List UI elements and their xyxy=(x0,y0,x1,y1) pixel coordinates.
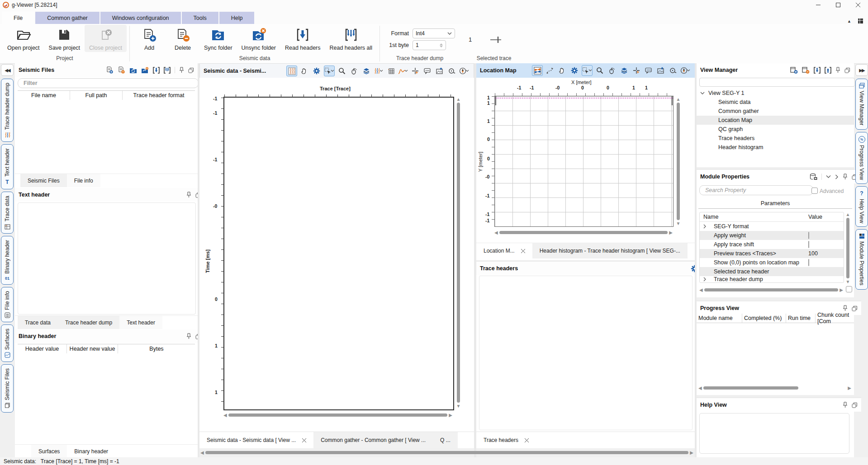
header-table-icon[interactable] xyxy=(386,66,396,76)
mouse-tracking-icon[interactable] xyxy=(349,66,359,76)
export-view-icon[interactable] xyxy=(825,67,831,74)
maximize-button[interactable] xyxy=(828,0,848,10)
column-header-value[interactable]: Header value xyxy=(18,344,67,353)
settings-gear-icon[interactable] xyxy=(312,66,322,76)
settings-gear-icon[interactable] xyxy=(569,66,579,75)
location-horizontal-scrollbar[interactable]: ◀ ▶ xyxy=(494,230,673,235)
advanced-checkbox[interactable] xyxy=(811,188,818,194)
wiggle-options-icon[interactable] xyxy=(374,66,384,76)
location-plot-box[interactable] xyxy=(494,96,674,227)
tab-surfaces[interactable]: Surfaces xyxy=(31,445,67,458)
measure-icon[interactable] xyxy=(447,66,457,76)
tree-item-common-gather[interactable]: Common gather xyxy=(697,107,854,116)
image-export-icon[interactable] xyxy=(656,66,666,75)
popout-icon[interactable] xyxy=(844,67,850,73)
tab-common-gather-view[interactable]: Common gather - Common gather [ View ... xyxy=(313,432,433,448)
tab-seismic-files[interactable]: Seismic Files xyxy=(20,174,67,187)
close-icon[interactable] xyxy=(302,438,306,442)
scrollbar-thumb[interactable] xyxy=(677,103,680,220)
tree-item-trace-headers[interactable]: Trace headers xyxy=(697,134,854,143)
seismic-horizontal-scrollbar[interactable]: ◀ ▶ xyxy=(223,412,452,418)
apply-weight-checkbox[interactable] xyxy=(808,232,809,239)
tab-trace-data[interactable]: Trace data xyxy=(18,316,58,329)
column-name[interactable]: Name xyxy=(700,214,808,220)
tab-trace-header-dump[interactable]: Trace header dump xyxy=(58,316,119,329)
param-row-trace-header-dump[interactable]: Trace header dump xyxy=(700,276,844,282)
crosshair-icon[interactable] xyxy=(631,66,641,75)
show-points-checkbox[interactable] xyxy=(808,259,809,266)
save-project-button[interactable]: Save project xyxy=(44,25,85,52)
pin-icon[interactable] xyxy=(843,174,848,180)
first-byte-stepper[interactable]: 1 xyxy=(413,40,446,50)
parameters-horizontal-scrollbar[interactable]: ◀ ▶ xyxy=(699,287,843,293)
help-view-content[interactable] xyxy=(699,413,849,454)
property-search-input[interactable] xyxy=(704,187,808,194)
open-project-button[interactable]: Open project xyxy=(3,25,44,52)
tree-item-seismic-data[interactable]: Seismic data xyxy=(697,98,854,107)
left-tab-trace-header-dump[interactable]: Trace header dump xyxy=(1,79,14,142)
column-chunk-count[interactable]: Chunk count [Com xyxy=(816,314,854,323)
param-row-selected-trace-header[interactable]: Selected trace header xyxy=(700,267,844,276)
unsync-folder-icon[interactable] xyxy=(141,67,149,74)
tab-file-info[interactable]: File info xyxy=(67,174,100,187)
add-view-icon[interactable] xyxy=(790,67,798,74)
param-row-apply-weight[interactable]: Apply weight xyxy=(700,231,844,240)
left-tab-text-header[interactable]: Text header T xyxy=(1,144,14,189)
read-headers-button[interactable]: Read headers xyxy=(280,25,325,52)
annotation-icon[interactable] xyxy=(422,66,432,76)
tree-item-qc-graph[interactable]: QC graph xyxy=(697,125,854,134)
chevron-right-icon[interactable] xyxy=(703,224,707,229)
pin-icon[interactable] xyxy=(843,402,848,408)
column-run-time[interactable]: Run time xyxy=(786,314,816,323)
layout-grid-icon[interactable] xyxy=(858,18,863,24)
pin-icon[interactable] xyxy=(835,67,840,73)
pan-hand-icon[interactable] xyxy=(557,66,567,75)
selected-trace-slider-icon[interactable] xyxy=(490,35,502,44)
text-header-content[interactable] xyxy=(18,202,196,315)
scroll-left-icon[interactable]: ◀ xyxy=(200,450,204,455)
right-tab-module-properties[interactable]: Module Properties xyxy=(855,229,868,289)
scroll-left-icon[interactable]: ◀ xyxy=(223,413,227,418)
scrollbar-thumb[interactable] xyxy=(457,103,460,403)
tree-root-view-segy1[interactable]: View SEG-Y 1 xyxy=(697,89,854,98)
read-headers-all-button[interactable]: Read headers all xyxy=(325,25,377,52)
zoom-icon[interactable] xyxy=(595,66,605,75)
unsync-folder-button[interactable]: Unsync folder xyxy=(237,25,280,52)
read-headers-all-icon[interactable] xyxy=(164,67,171,74)
mouse-tracking-icon[interactable] xyxy=(607,66,617,75)
scrollbar-thumb[interactable] xyxy=(499,231,668,234)
filter-input[interactable] xyxy=(23,80,194,87)
seismic-vertical-scrollbar[interactable]: ▲ ▼ xyxy=(455,97,461,409)
path-curve-icon[interactable] xyxy=(545,66,555,75)
scroll-left-icon[interactable]: ◀ xyxy=(699,287,703,292)
close-button[interactable] xyxy=(848,0,868,10)
import-view-icon[interactable] xyxy=(814,67,821,74)
zoom-icon[interactable] xyxy=(337,66,347,76)
spinner-arrows-icon[interactable] xyxy=(440,43,443,47)
apply-trace-shift-checkbox[interactable] xyxy=(808,241,809,248)
scroll-down-icon[interactable]: ▼ xyxy=(456,404,461,409)
seismic-plot-area[interactable]: Trace [Trace] Time [ms] -1 -1 -1 -0 0 1 … xyxy=(199,78,474,432)
tree-item-location-map[interactable]: Location Map xyxy=(697,116,854,125)
view-filter-input[interactable] xyxy=(704,79,850,86)
left-tab-seismic-files[interactable]: Seismic Files xyxy=(1,364,14,413)
scroll-right-icon[interactable]: ▶ xyxy=(669,230,673,235)
column-trace-header-format[interactable]: Trace header format xyxy=(123,91,195,100)
chevron-down-icon[interactable] xyxy=(700,92,705,95)
param-row-preview-traces[interactable]: Preview traces <Traces> 100 xyxy=(700,249,844,258)
menu-windows-configuration[interactable]: Windows configuration xyxy=(100,12,181,24)
read-headers-icon[interactable] xyxy=(153,67,160,74)
menu-common-gather[interactable]: Common gather xyxy=(35,12,100,24)
close-icon[interactable] xyxy=(525,438,529,442)
seismic-files-filter[interactable] xyxy=(18,78,199,88)
scroll-up-icon[interactable]: ▲ xyxy=(456,97,461,102)
select-mode-icon[interactable] xyxy=(324,66,335,76)
param-row-apply-trace-shift[interactable]: Apply trace shift xyxy=(700,240,844,249)
chevron-down-icon[interactable] xyxy=(826,175,831,178)
scroll-right-icon[interactable]: ▶ xyxy=(848,385,851,390)
close-icon[interactable] xyxy=(521,249,525,253)
popout-icon[interactable] xyxy=(188,67,194,73)
seismic-plot-box[interactable] xyxy=(223,97,454,410)
scrollbar-thumb[interactable] xyxy=(228,413,448,417)
remove-view-icon[interactable] xyxy=(802,67,810,74)
